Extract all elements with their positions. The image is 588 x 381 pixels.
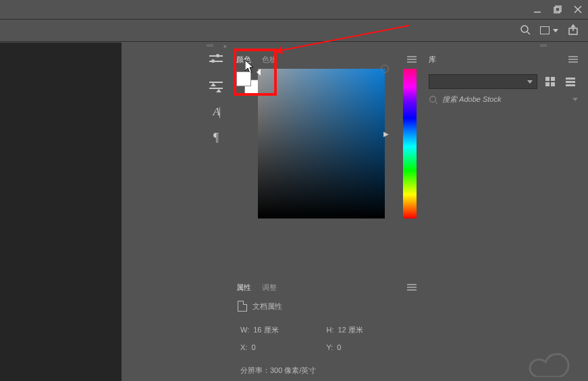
panel-menu-icon[interactable]: [407, 284, 417, 291]
panel-menu-icon[interactable]: [407, 56, 417, 63]
character-panel-icon[interactable]: A|: [208, 105, 224, 119]
colour-picker-ring[interactable]: [381, 65, 389, 73]
chevron-down-icon: [572, 98, 578, 101]
document-properties-label: 文档属性: [252, 301, 282, 312]
y-value[interactable]: 0: [337, 339, 341, 356]
svg-rect-14: [566, 81, 575, 83]
library-search-input[interactable]: 搜索 Adobe Stock: [429, 94, 578, 105]
search-icon[interactable]: [520, 24, 531, 36]
list-view-button[interactable]: [563, 74, 578, 89]
close-button[interactable]: [568, 0, 588, 19]
svg-rect-1: [556, 6, 561, 11]
hue-slider-marker[interactable]: ▶: [383, 130, 389, 138]
dock-grip[interactable]: [537, 42, 550, 50]
workspace-icon: [540, 26, 550, 34]
chevron-down-icon: [553, 29, 558, 32]
hue-strip[interactable]: [403, 69, 417, 218]
height-value[interactable]: 12 厘米: [338, 321, 363, 339]
dock-grip[interactable]: ×: [203, 42, 230, 50]
foreground-swatch[interactable]: [236, 71, 251, 86]
properties-panel: 属性 调整 文档属性 W:16 厘米 H:12 厘米 X:0 Y:0 分辨率：3…: [231, 278, 422, 381]
svg-rect-10: [551, 77, 555, 81]
panel-menu-icon[interactable]: [568, 56, 578, 63]
svg-line-17: [435, 101, 438, 104]
grid-view-button[interactable]: [543, 74, 558, 89]
share-icon[interactable]: [568, 24, 579, 36]
svg-rect-2: [554, 7, 560, 13]
creative-cloud-logo: [522, 345, 572, 378]
library-dropdown[interactable]: [429, 74, 537, 89]
resolution-value: 分辨率：300 像素/英寸: [240, 361, 316, 379]
y-label: Y:: [327, 339, 333, 356]
svg-rect-15: [566, 84, 575, 86]
svg-point-5: [521, 26, 528, 32]
libraries-panel: 库 搜索 Adobe Stock: [423, 50, 583, 110]
paragraph-panel-icon[interactable]: ¶: [208, 131, 224, 144]
height-label: H:: [327, 321, 334, 339]
svg-rect-11: [545, 82, 550, 86]
dock-close-icon[interactable]: ×: [223, 43, 227, 50]
svg-point-16: [430, 96, 436, 102]
histogram-panel-icon[interactable]: [208, 54, 224, 67]
document-icon: [238, 301, 247, 312]
tab-adjustments[interactable]: 调整: [257, 278, 282, 297]
svg-line-6: [527, 32, 530, 34]
search-placeholder: 搜索 Adobe Stock: [442, 94, 501, 105]
x-value[interactable]: 0: [251, 339, 255, 356]
document-canvas[interactable]: [0, 42, 122, 381]
x-label: X:: [240, 339, 247, 356]
width-value[interactable]: 16 厘米: [253, 321, 278, 339]
width-label: W:: [240, 321, 249, 339]
collapsed-panel-strip: A| ¶: [203, 50, 230, 148]
tab-properties[interactable]: 属性: [231, 278, 257, 297]
minimize-button[interactable]: [527, 0, 547, 19]
svg-rect-13: [566, 78, 575, 80]
svg-rect-9: [545, 77, 550, 81]
search-icon: [429, 95, 438, 105]
adjustments-panel-icon[interactable]: [208, 80, 224, 93]
tab-libraries[interactable]: 库: [423, 50, 442, 69]
workspace-picker[interactable]: [540, 26, 558, 34]
colour-field[interactable]: ▶: [258, 69, 385, 218]
svg-rect-12: [551, 82, 555, 86]
restore-button[interactable]: [547, 0, 568, 19]
